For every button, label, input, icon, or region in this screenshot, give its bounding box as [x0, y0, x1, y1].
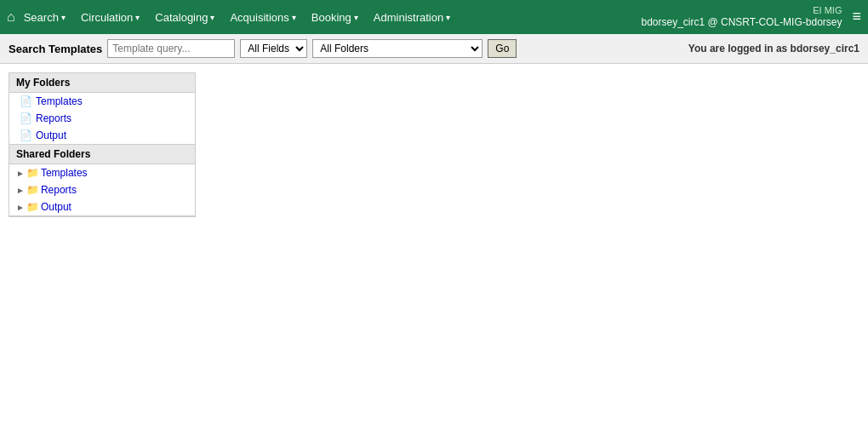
navbar-right: EI MIG bdorsey_circ1 @ CNSRT-COL-MIG-bdo…	[641, 4, 861, 30]
hamburger-menu-icon[interactable]: ≡	[852, 8, 861, 26]
nav-booking[interactable]: Booking ▾	[311, 11, 358, 24]
nav-administration[interactable]: Administration ▾	[374, 11, 450, 24]
go-button[interactable]: Go	[488, 39, 517, 58]
list-item[interactable]: ► 📁 Templates	[9, 164, 195, 181]
file-icon: 📄	[20, 112, 32, 124]
shared-templates-link[interactable]: Templates	[41, 167, 88, 179]
my-folders-section: My Folders 📄 Templates 📄 Reports 📄 Outpu…	[9, 73, 195, 145]
list-item[interactable]: ► 📁 Output	[9, 198, 195, 215]
expand-arrow-icon: ►	[16, 186, 25, 195]
nav-booking-chevron: ▾	[354, 13, 358, 22]
my-output-link[interactable]: Output	[36, 129, 66, 141]
nav-circulation[interactable]: Circulation ▾	[81, 11, 140, 24]
nav-administration-chevron: ▾	[446, 13, 450, 22]
nav-circulation-label: Circulation	[81, 11, 133, 24]
navbar: ⌂ Search ▾ Circulation ▾ Cataloging ▾ Ac…	[0, 0, 868, 34]
list-item[interactable]: 📄 Templates	[9, 93, 195, 110]
shared-folders-title: Shared Folders	[9, 145, 195, 164]
shared-output-link[interactable]: Output	[41, 201, 71, 213]
logged-in-prefix: You are logged in as	[688, 43, 787, 55]
expand-arrow-icon: ►	[16, 169, 25, 178]
search-templates-label: Search Templates	[9, 43, 102, 55]
user-info: EI MIG bdorsey_circ1 @ CNSRT-COL-MIG-bdo…	[641, 4, 842, 30]
folders-select[interactable]: All Folders	[312, 39, 483, 58]
nav-acquisitions-chevron: ▾	[292, 13, 296, 22]
file-icon: 📄	[20, 129, 32, 141]
shared-folders-section: Shared Folders ► 📁 Templates ► 📁 Reports…	[9, 145, 195, 216]
nav-administration-label: Administration	[374, 11, 443, 24]
nav-cataloging-chevron: ▾	[210, 13, 214, 22]
my-templates-link[interactable]: Templates	[36, 95, 83, 107]
main-content: My Folders 📄 Templates 📄 Reports 📄 Outpu…	[0, 64, 868, 226]
my-folders-title: My Folders	[9, 73, 195, 93]
my-reports-link[interactable]: Reports	[36, 112, 71, 124]
fields-select[interactable]: All Fields	[240, 39, 307, 58]
file-icon: 📄	[20, 95, 32, 107]
folder-icon: 📁	[26, 167, 39, 179]
search-templates-bar: Search Templates All Fields All Folders …	[0, 34, 868, 64]
folder-panel: My Folders 📄 Templates 📄 Reports 📄 Outpu…	[9, 72, 196, 217]
folder-icon: 📁	[26, 201, 39, 213]
nav-cataloging-label: Cataloging	[155, 11, 208, 24]
nav-booking-label: Booking	[311, 11, 351, 24]
nav-acquisitions[interactable]: Acquisitions ▾	[230, 11, 295, 24]
nav-circulation-chevron: ▾	[135, 13, 140, 22]
nav-search-chevron: ▾	[61, 13, 66, 22]
logged-in-username: bdorsey_circ1	[791, 43, 859, 55]
home-icon: ⌂	[7, 9, 15, 25]
folder-icon: 📁	[26, 184, 39, 196]
list-item[interactable]: 📄 Reports	[9, 110, 195, 127]
list-item[interactable]: 📄 Output	[9, 127, 195, 144]
nav-search[interactable]: Search ▾	[24, 11, 66, 24]
list-item[interactable]: ► 📁 Reports	[9, 181, 195, 198]
nav-cataloging[interactable]: Cataloging ▾	[155, 11, 214, 24]
nav-acquisitions-label: Acquisitions	[230, 11, 288, 24]
home-button[interactable]: ⌂	[7, 9, 15, 25]
shared-reports-link[interactable]: Reports	[41, 184, 77, 196]
username-label: bdorsey_circ1 @ CNSRT-COL-MIG-bdorsey	[641, 16, 842, 30]
nav-search-label: Search	[24, 11, 59, 24]
expand-arrow-icon: ►	[16, 203, 25, 212]
el-mig-label: EI MIG	[813, 4, 842, 16]
logged-in-text: You are logged in as bdorsey_circ1	[688, 43, 859, 55]
search-input[interactable]	[107, 39, 235, 58]
